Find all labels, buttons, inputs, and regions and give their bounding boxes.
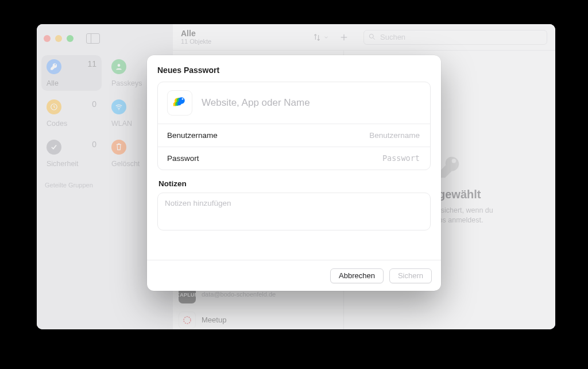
sheet-title: Neues Passwort: [157, 66, 431, 75]
cancel-button[interactable]: Abbrechen: [330, 268, 384, 283]
username-input[interactable]: [281, 130, 421, 140]
password-input[interactable]: [281, 153, 421, 163]
password-label: Passwort: [167, 154, 199, 163]
notes-section-label: Notizen: [158, 179, 430, 188]
svg-point-5: [182, 98, 184, 100]
notes-input[interactable]: [157, 193, 431, 230]
sheet-footer: Abbrechen Sichern: [147, 260, 441, 291]
password-app-icon: [167, 90, 192, 116]
new-password-sheet: Neues Passwort Benutzername: [147, 55, 441, 291]
save-button[interactable]: Sichern: [389, 268, 432, 283]
username-label: Benutzername: [167, 131, 218, 140]
identity-card: Benutzername Passwort: [157, 82, 431, 170]
title-input[interactable]: [200, 97, 421, 109]
